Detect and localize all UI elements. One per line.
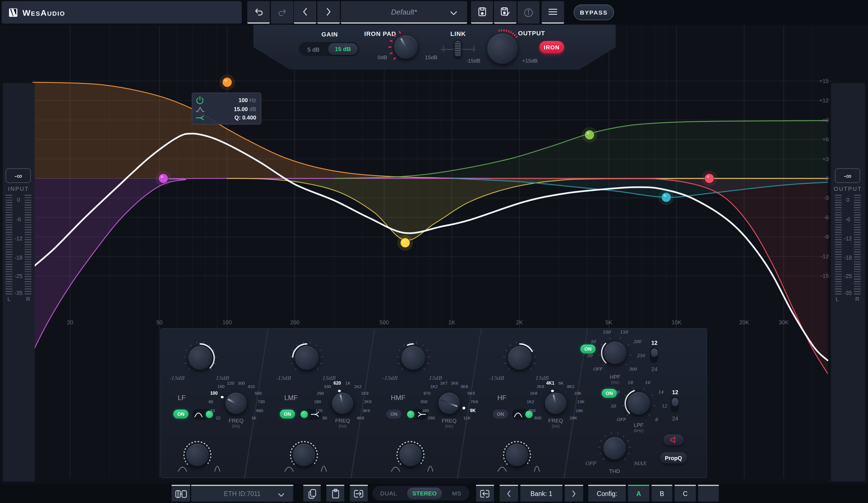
lmf-gain-knob[interactable] [290, 341, 323, 375]
lpf-slope-12-label[interactable]: 12 [672, 389, 678, 395]
hpf-slope-12-label[interactable]: 12 [651, 340, 658, 346]
eq-node-lmf[interactable] [400, 238, 410, 248]
dial-option-860[interactable]: 860 [256, 408, 263, 413]
thd-knob[interactable] [600, 434, 629, 463]
dial-option-2K9[interactable]: 2K9 [364, 400, 371, 404]
dial-option-620[interactable]: 620 [333, 381, 341, 386]
dial-option-120[interactable]: 120 [316, 408, 322, 413]
output-knob[interactable] [482, 29, 523, 69]
dial-option-1K[interactable]: 1K [345, 381, 350, 386]
bank-next-button[interactable] [565, 485, 583, 502]
transfer-to-hardware-button[interactable] [350, 485, 368, 502]
config-c-button[interactable]: C [674, 485, 696, 502]
dial-option-250[interactable]: 250 [637, 353, 645, 359]
redo-button[interactable] [271, 1, 293, 23]
dial-option-970[interactable]: 970 [423, 391, 430, 396]
dial-option-150[interactable]: 150 [218, 384, 225, 389]
dial-option-5K5[interactable]: 5K5 [468, 391, 475, 396]
eth-id-dropdown[interactable]: ETH ID:7011 [191, 485, 293, 502]
dial-option-300[interactable]: 300 [629, 366, 637, 371]
info-button[interactable] [518, 1, 539, 23]
lf-on-button[interactable]: ON [173, 410, 188, 419]
dial-option-7K6[interactable]: 7K6 [471, 400, 478, 404]
dial-option-50[interactable]: 50 [590, 339, 596, 344]
dial-option-2K6[interactable]: 2K6 [451, 381, 458, 386]
save-preset-button[interactable] [471, 1, 493, 23]
dial-option-30[interactable]: 30 [614, 389, 619, 394]
dial-option-550[interactable]: 550 [421, 400, 427, 404]
iron-toggle-button[interactable]: IRON [539, 41, 564, 53]
next-preset-button[interactable] [317, 1, 340, 23]
hmf-q-knob[interactable] [395, 440, 426, 470]
dial-option-380[interactable]: 380 [422, 408, 429, 413]
dial-option-220[interactable]: 220 [227, 381, 234, 386]
dial-option-150[interactable]: 150 [620, 330, 628, 335]
dial-option-16[interactable]: 16 [644, 380, 650, 385]
channel-mode-stereo[interactable]: STEREO [407, 487, 442, 499]
dial-option-9K[interactable]: 9K [470, 408, 475, 413]
dial-option-730[interactable]: 730 [258, 400, 265, 404]
lpf-slope-24-label[interactable]: 24 [672, 415, 678, 422]
gain-option-5db[interactable]: 5 dB [299, 46, 328, 52]
hardware-connect-button[interactable] [172, 485, 190, 502]
dial-option-1K8[interactable]: 1K8 [530, 391, 537, 396]
dial-option-28K[interactable]: 28K [570, 415, 577, 421]
hf-gain-knob[interactable] [503, 341, 537, 375]
hmf-on-button[interactable]: ON [386, 410, 402, 419]
dial-option-180[interactable]: 180 [314, 400, 321, 404]
dial-option-14[interactable]: 14 [658, 389, 663, 394]
dial-option-2K8[interactable]: 2K8 [537, 384, 545, 389]
dial-option-8K2[interactable]: 8K2 [567, 384, 575, 389]
bank-prev-button[interactable] [499, 485, 518, 502]
dial-option-22[interactable]: 22 [216, 415, 221, 421]
dial-option-100[interactable]: 100 [602, 330, 611, 335]
dial-option-3K9[interactable]: 3K9 [362, 408, 370, 413]
channel-mode-ms[interactable]: MS [452, 490, 462, 496]
paste-settings-button[interactable] [326, 485, 344, 502]
eq-node-lf[interactable] [222, 78, 232, 87]
dial-option-50[interactable]: 50 [610, 404, 616, 409]
config-spare-button[interactable] [698, 485, 719, 502]
dial-option-1K2[interactable]: 1K2 [354, 384, 362, 389]
prev-preset-button[interactable] [294, 1, 316, 23]
dial-option-1K2[interactable]: 1K2 [430, 384, 438, 389]
preset-dropdown[interactable]: Default* [341, 1, 467, 23]
undo-button[interactable] [247, 1, 270, 23]
hmf-freq-selector[interactable] [438, 392, 461, 415]
gain-option-15db[interactable]: 15 dB [328, 43, 358, 55]
lpf-knob[interactable] [624, 389, 653, 418]
gain-range-toggle[interactable]: 5 dB 15 dB [299, 42, 359, 56]
dial-option-20[interactable]: 20 [587, 353, 592, 359]
input-neginf-button[interactable]: -∞ [6, 168, 31, 183]
lf-gain-knob[interactable] [183, 341, 217, 375]
dial-option-410[interactable]: 410 [248, 384, 255, 389]
dial-option-18[interactable]: 18 [628, 380, 633, 385]
lmf-on-button[interactable]: ON [280, 410, 295, 419]
save-preset-as-button[interactable] [494, 1, 516, 23]
hf-freq-selector[interactable] [545, 392, 567, 415]
hf-q-knob[interactable] [502, 440, 532, 470]
output-neginf-button[interactable]: -∞ [835, 168, 860, 183]
dial-option-1K9[interactable]: 1K9 [361, 391, 369, 396]
dial-option-260[interactable]: 260 [428, 415, 435, 421]
config-a-button[interactable]: A [628, 485, 649, 502]
menu-button[interactable] [542, 1, 564, 23]
config-b-button[interactable]: B [652, 485, 672, 502]
bank-indicator[interactable]: Bank: 1 [520, 485, 562, 502]
transfer-from-hardware-button[interactable] [476, 485, 494, 502]
dial-option-11K[interactable]: 11K [463, 415, 471, 421]
dial-option-290[interactable]: 290 [317, 391, 324, 396]
dial-option-12[interactable]: 12 [662, 404, 667, 409]
dial-option-300[interactable]: 300 [238, 381, 245, 386]
dial-option-1K[interactable]: 1K [251, 415, 256, 421]
dial-option-200[interactable]: 200 [633, 339, 641, 344]
lf-freq-selector[interactable] [225, 392, 247, 415]
eq-node-hmf[interactable] [661, 192, 671, 202]
dial-option-500[interactable]: 500 [255, 391, 261, 396]
dial-option-8[interactable]: 8 [655, 417, 658, 422]
channel-mode-toggle[interactable]: DUAL STEREO MS [372, 486, 469, 501]
dial-option-800[interactable]: 800 [528, 408, 536, 413]
lmf-q-knob[interactable] [289, 440, 319, 470]
channel-mode-dual[interactable]: DUAL [380, 490, 397, 496]
dial-option-4K1[interactable]: 4K1 [546, 381, 554, 386]
